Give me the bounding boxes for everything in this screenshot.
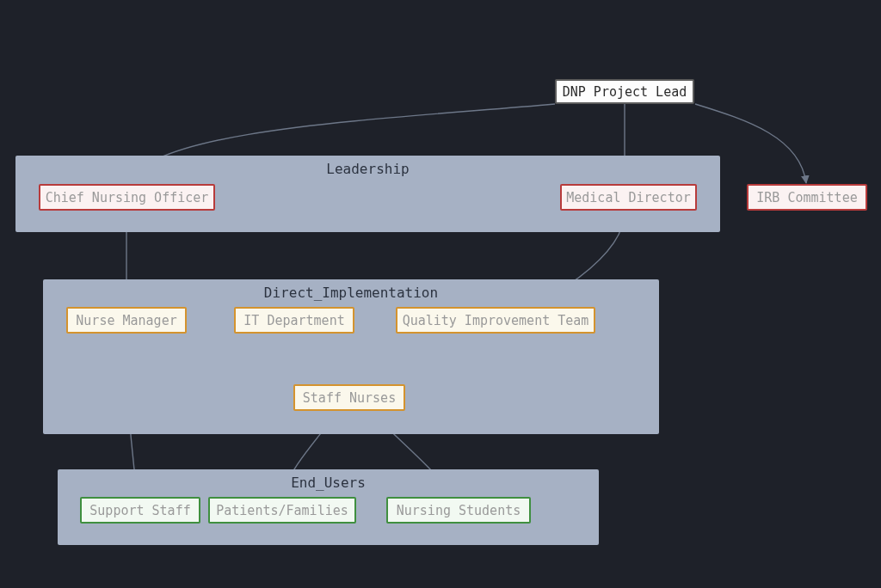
diagram-canvas: DNP Project Lead Leadership Chief Nursin… [0,0,881,588]
node-quality-improvement-team[interactable]: Quality Improvement Team [396,307,595,334]
node-irb-committee[interactable]: IRB Committee [747,184,867,211]
node-label: Support Staff [89,503,190,518]
node-chief-nursing-officer[interactable]: Chief Nursing Officer [39,184,215,211]
node-support-staff[interactable]: Support Staff [80,497,200,524]
node-label: Medical Director [566,190,691,205]
node-dnp-project-lead[interactable]: DNP Project Lead [555,79,694,104]
group-direct-implementation: Direct_Implementation [43,279,659,434]
node-nurse-manager[interactable]: Nurse Manager [66,307,187,334]
group-title-end-users: End_Users [58,475,599,491]
node-label: Quality Improvement Team [403,313,589,328]
node-label: Patients/Families [216,503,348,518]
node-label: Chief Nursing Officer [46,190,209,205]
node-patients-families[interactable]: Patients/Families [208,497,356,524]
group-title-direct-implementation: Direct_Implementation [43,285,659,301]
node-label: IRB Committee [756,190,857,205]
node-nursing-students[interactable]: Nursing Students [386,497,531,524]
node-medical-director[interactable]: Medical Director [560,184,697,211]
node-label: IT Department [243,313,344,328]
node-label: Nursing Students [397,503,521,518]
node-label: Nurse Manager [76,313,176,328]
node-it-department[interactable]: IT Department [234,307,354,334]
node-label: DNP Project Lead [563,84,687,100]
group-title-leadership: Leadership [15,161,720,177]
node-label: Staff Nurses [303,390,396,406]
node-staff-nurses[interactable]: Staff Nurses [293,384,405,411]
